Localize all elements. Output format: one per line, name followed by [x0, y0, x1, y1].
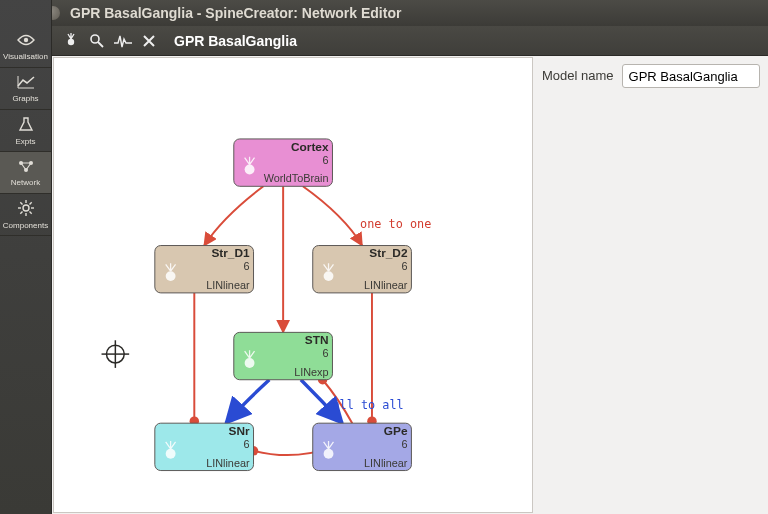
svg-text:Cortex: Cortex [291, 140, 329, 154]
svg-text:Str_D1: Str_D1 [211, 246, 250, 260]
gear-icon [18, 200, 34, 219]
network-canvas[interactable]: one to one all to all Cortex 6 WorldToBr… [53, 57, 533, 513]
model-name-input[interactable] [622, 64, 760, 88]
model-name-label: Model name [542, 64, 614, 83]
node-snr[interactable]: SNr 6 LINlinear [155, 423, 254, 470]
delete-icon[interactable] [138, 30, 160, 52]
svg-line-12 [20, 211, 22, 213]
editor-toolbar: GPR BasalGanglia [52, 26, 768, 56]
network-icon [17, 159, 35, 176]
flask-icon [18, 116, 34, 135]
svg-text:LINlinear: LINlinear [206, 457, 250, 469]
svg-text:6: 6 [322, 347, 328, 359]
properties-panel: Model name [534, 56, 768, 514]
svg-text:6: 6 [401, 438, 407, 450]
svg-text:LINexp: LINexp [294, 366, 328, 378]
node-str-d1[interactable]: Str_D1 6 LINlinear [155, 246, 254, 293]
svg-line-9 [20, 202, 22, 204]
window-title: GPR BasalGanglia - SpineCreator: Network… [70, 5, 401, 21]
svg-text:6: 6 [322, 154, 328, 166]
neuron-icon[interactable] [60, 30, 82, 52]
node-stn[interactable]: STN 6 LINexp [234, 332, 333, 379]
svg-text:6: 6 [401, 260, 407, 272]
svg-point-0 [23, 37, 27, 41]
svg-line-15 [98, 42, 103, 47]
svg-text:Str_D2: Str_D2 [369, 246, 408, 260]
svg-point-13 [68, 38, 74, 44]
svg-text:LINlinear: LINlinear [364, 457, 408, 469]
eye-icon [17, 33, 35, 50]
node-str-d2[interactable]: Str_D2 6 LINlinear [313, 246, 412, 293]
edge-cortex-strd2[interactable] [303, 186, 362, 245]
svg-text:LINlinear: LINlinear [364, 279, 408, 291]
side-tab-components[interactable]: Components [0, 194, 51, 236]
svg-line-10 [29, 211, 31, 213]
node-cortex[interactable]: Cortex 6 WorldToBrain [234, 139, 333, 186]
edge-stn-snr[interactable] [226, 380, 269, 423]
edge-label-all-to-all: all to all [332, 398, 403, 412]
svg-text:6: 6 [244, 260, 250, 272]
svg-text:WorldToBrain: WorldToBrain [264, 172, 329, 184]
edge-cortex-strd1[interactable] [204, 186, 263, 245]
svg-text:GPe: GPe [384, 424, 408, 438]
side-tab-expts[interactable]: Expts [0, 110, 51, 152]
signal-icon[interactable] [112, 30, 134, 52]
svg-line-11 [29, 202, 31, 204]
edge-label-one-to-one: one to one [360, 217, 431, 231]
svg-point-14 [91, 35, 99, 43]
node-gpe[interactable]: GPe 6 LINlinear [313, 423, 412, 470]
svg-point-4 [23, 205, 29, 211]
svg-text:STN: STN [305, 333, 329, 347]
pointer-icon[interactable] [86, 30, 108, 52]
window-titlebar: GPR BasalGanglia - SpineCreator: Network… [0, 0, 768, 26]
graph-icon [17, 75, 35, 92]
editor-title: GPR BasalGanglia [174, 33, 297, 49]
svg-text:SNr: SNr [229, 424, 250, 438]
svg-text:6: 6 [244, 438, 250, 450]
side-tabs: Visualisation Graphs Expts Network Compo… [0, 0, 52, 514]
svg-text:LINlinear: LINlinear [206, 279, 250, 291]
side-tab-network[interactable]: Network [0, 152, 51, 194]
side-tab-visualisation[interactable]: Visualisation [0, 26, 51, 68]
crosshair-icon[interactable] [102, 340, 130, 368]
side-tab-graphs[interactable]: Graphs [0, 68, 51, 110]
